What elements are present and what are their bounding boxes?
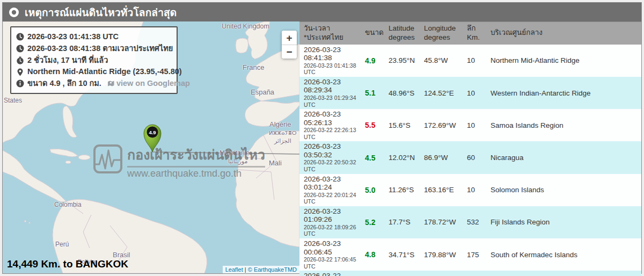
utc-time-text: 2026-03-23 01:41:38 UTC: [27, 31, 119, 43]
cell-longitude: 178.72°W: [422, 206, 465, 238]
view-on-googlemap-link[interactable]: view on Googlemap: [107, 78, 190, 90]
cell-longitude: 179.88°W: [422, 238, 465, 271]
zoom-in-button[interactable]: +: [282, 31, 297, 45]
clock-icon: [16, 45, 24, 53]
attribution-separator: |: [245, 266, 246, 273]
earthquake-panel: เหตุการณ์แผ่นดินไหวทั่วโลกล่าสุด: [2, 2, 642, 274]
table-header-row: วัน-เวลา *ประเทศไทย ขนาด Latitude degree…: [299, 22, 641, 45]
table-row: 2026-03-23 00:06:45 2026-03-22 17:06:45 …: [299, 238, 641, 271]
time-utc-text: 2026-03-23 01:29:34 UTC: [304, 95, 361, 108]
svg-text:4.9: 4.9: [149, 129, 156, 135]
col-header-longitude: Longitude degrees: [422, 22, 465, 45]
time-thai-text: 2026-03-23 00:06:45: [304, 239, 361, 256]
cell-datetime: 2026-03-23 03:50:32 2026-03-22 20:50:32 …: [299, 141, 363, 173]
cell-datetime: 2026-03-23 05:26:13 2026-03-22 22:26:13 …: [299, 109, 363, 141]
zoom-out-button[interactable]: −: [282, 45, 297, 59]
cell-depth: 60: [465, 141, 488, 173]
col-header-latitude: Latitude degrees: [386, 22, 422, 45]
googlemap-icon: [107, 80, 114, 87]
tmd-watermark: กองเฝ้าระวังแผ่นดินไหว www.earthquake.tm…: [93, 144, 265, 179]
table-row: 2026-03-23 08:41:38 2026-03-23 01:41:38 …: [299, 45, 641, 77]
earthquake-table: วัน-เวลา *ประเทศไทย ขนาด Latitude degree…: [299, 21, 641, 276]
bullseye-icon: [9, 7, 19, 18]
earthquake-table-panel: วัน-เวลา *ประเทศไทย ขนาด Latitude degree…: [299, 21, 641, 273]
col-header-magnitude: ขนาด: [363, 22, 386, 45]
title-bar: เหตุการณ์แผ่นดินไหวทั่วโลกล่าสุด: [3, 3, 641, 21]
cell-magnitude: 5.5: [363, 109, 386, 141]
cell-region: Solomon Islands: [488, 174, 641, 206]
cell-region: Nicaragua: [488, 141, 641, 173]
map-country-label: ⵍⵣⵣⴰⵢⴻⵔ: [269, 130, 297, 136]
time-utc-text: 2026-03-22 20:50:32 UTC: [304, 159, 361, 172]
time-utc-text: 2026-03-22 17:06:45 UTC: [304, 256, 361, 270]
col-header-datetime: วัน-เวลา *ประเทศไทย: [299, 22, 363, 45]
time-thai-text: 2026-03-23 03:50:32: [304, 142, 361, 159]
map-country-label: Perú: [55, 241, 69, 248]
time-thai-text: 2026-03-23 01:09:26: [304, 207, 361, 224]
cell-latitude: 48.96°S: [386, 77, 422, 109]
info-location-row: Northern Mid-Atlantic Ridge (23.95,-45.8…: [16, 66, 172, 78]
cell-latitude: 17.7°S: [386, 206, 422, 238]
cell-region: Western Indian-Antarctic Ridge: [488, 77, 641, 109]
table-row: 2026-03-23 03:01:24 2026-03-22 20:01:24 …: [299, 174, 641, 206]
info-ago-row: 2 ชั่วโมง, 17 นาที ที่แล้ว: [16, 55, 172, 67]
leaflet-link[interactable]: Leaflet: [225, 266, 243, 273]
table-row: 2026-03-23 05:26:13 2026-03-22 22:26:13 …: [299, 109, 641, 141]
table-row: 2026-03-23 01:09:26 2026-03-22 18:09:26 …: [299, 206, 641, 238]
cell-magnitude: 4.9: [363, 45, 386, 77]
thai-time-text: 2026-03-23 08:41:38 ตามเวลาประเทศไทย: [27, 43, 173, 55]
col-header-depth: ลึก Km.: [465, 22, 488, 45]
cell-longitude: 45.8°W: [422, 45, 465, 77]
cell-datetime: 2026-03-23 01:09:26 2026-03-22 18:09:26 …: [299, 206, 363, 238]
cell-magnitude: 4.5: [363, 141, 386, 173]
time-utc-text: 2026-03-23 01:41:38 UTC: [304, 62, 361, 76]
magnitude-depth-text: ขนาด 4.9 , ลึก 10 กม.: [27, 78, 101, 90]
cell-latitude: 15.6°S: [386, 109, 422, 141]
time-utc-text: 2026-03-22 18:09:26 UTC: [304, 224, 361, 237]
map-country-label: Mali: [269, 159, 282, 167]
cell-depth: 175: [465, 238, 488, 271]
clock-icon: [16, 33, 24, 41]
cell-latitude: 11.26°S: [386, 174, 422, 206]
cell-longitude: 172.69°W: [422, 109, 465, 141]
cell-datetime: 2026-03-23 03:01:24 2026-03-22 20:01:24 …: [299, 174, 363, 206]
map-country-label: Colombia: [54, 201, 82, 208]
watermark-text: กองเฝ้าระวังแผ่นดินไหว www.earthquake.tm…: [127, 144, 265, 179]
map-canvas[interactable]: 4.9 United KingdomFranceEspañaAlgérieⵍⵣⵣ…: [3, 21, 299, 273]
info-thai-row: 2026-03-23 08:41:38 ตามเวลาประเทศไทย: [16, 43, 172, 55]
map-attribution: Leaflet | © EarthquakeTMD: [223, 266, 299, 273]
map-country-label: France: [243, 63, 264, 71]
table-row: 2026-03-22 23:00:22 2026-03-22 16:00:22 …: [299, 271, 641, 276]
col-header-region: บริเวณศูนย์กลาง: [488, 22, 641, 45]
cell-region: Fiji Islands Region: [488, 206, 641, 238]
cell-latitude: 34.71°S: [386, 238, 422, 271]
location-text: Northern Mid-Atlantic Ridge (23.95,-45.8…: [27, 66, 182, 78]
cell-latitude: 12.02°N: [386, 141, 422, 173]
cell-datetime: 2026-03-23 00:06:45 2026-03-22 17:06:45 …: [299, 238, 363, 271]
cell-depth: 10: [465, 271, 488, 276]
map-country-label: United Kingdom: [222, 23, 269, 30]
cell-magnitude: 5.7: [363, 271, 386, 276]
map-country-label: España: [251, 88, 274, 96]
cell-region: Samoa Islands Region: [488, 109, 641, 141]
time-thai-text: 2026-03-23 08:29:34: [304, 78, 361, 95]
cell-region: Northern Mid-Atlantic Ridge: [488, 45, 641, 77]
googlemap-link-text: view on Googlemap: [116, 78, 190, 90]
location-pin-icon: [16, 68, 24, 76]
cell-magnitude: 5.1: [363, 77, 386, 109]
time-thai-text: 2026-03-23 05:26:13: [304, 110, 361, 127]
time-thai-text: 2026-03-22 23:00:22: [304, 272, 361, 276]
watermark-url: www.earthquake.tmd.go.th: [127, 168, 265, 179]
cell-region: Tonga Islands: [488, 271, 641, 276]
cell-datetime: 2026-03-22 23:00:22 2026-03-22 16:00:22 …: [299, 271, 363, 276]
cell-magnitude: 4.8: [363, 238, 386, 271]
time-ago-text: 2 ชั่วโมง, 17 นาที ที่แล้ว: [27, 55, 108, 67]
info-utc-row: 2026-03-23 01:41:38 UTC: [16, 31, 172, 43]
info-mag-row: ขนาด 4.9 , ลึก 10 กม. view on Googlemap: [16, 78, 172, 90]
cell-longitude: 124.52°E: [422, 77, 465, 109]
cell-latitude: 23.95°N: [386, 45, 422, 77]
map-country-label: Algérie: [269, 120, 291, 128]
map-country-label: Brasil: [113, 251, 130, 259]
earthquaketmd-link[interactable]: © EarthquakeTMD: [248, 266, 297, 273]
cell-depth: 10: [465, 77, 488, 109]
